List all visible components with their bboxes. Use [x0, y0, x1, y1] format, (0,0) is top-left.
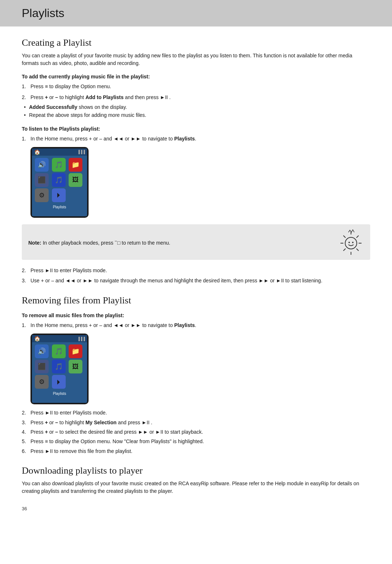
remove-steps-2-list: 2. Press ►II to enter Playlists mode. 3.… — [22, 409, 370, 455]
page-header: Playlists — [0, 0, 392, 26]
downloading-text: You can also download playlists of your … — [22, 480, 370, 495]
note-text: Note: In other playback modes, press −□ … — [28, 238, 334, 247]
device-icon-photo-2: 🖼 — [69, 360, 82, 373]
device-icon-note-2: 🎵 — [52, 360, 66, 373]
device-screen-1: 🏠 ▐▐▐ 🔊 🎵 📁 ⬛ 🎵 🖼 ⚙ ⏵ Playlists — [32, 148, 87, 216]
device-icon-sound-2: 🔊 — [35, 344, 49, 358]
page-number: 36 — [22, 506, 370, 511]
add-steps-list: 1. Press ≡ to display the Option menu. 2… — [22, 82, 370, 102]
device-mockup-1: 🏠 ▐▐▐ 🔊 🎵 📁 ⬛ 🎵 🖼 ⚙ ⏵ Playlists — [30, 147, 89, 218]
listen-steps-2-list: 2. Press ►II to enter Playlists mode. 3.… — [22, 266, 370, 285]
sun-decoration-icon — [338, 229, 364, 255]
device-icon-play-2: ⏵ — [52, 375, 66, 389]
creating-intro: You can create a playlist of your favori… — [22, 52, 370, 67]
add-bullets: Added Successfully shows on the display.… — [22, 103, 370, 119]
device-icon-red-2: 📁 — [69, 344, 82, 358]
remove-step-5: 5. Press ≡ to display the Option menu. N… — [22, 437, 370, 445]
svg-line-8 — [343, 249, 346, 251]
svg-line-6 — [356, 249, 359, 251]
remove-heading: To remove all music files from the playl… — [22, 312, 370, 318]
remove-step-2: 2. Press ►II to enter Playlists mode. — [22, 409, 370, 417]
remove-subsection: To remove all music files from the playl… — [22, 312, 370, 455]
remove-steps-list: 1. In the Home menu, press + or – and ◄◄… — [22, 321, 370, 329]
add-heading: To add the currently playing music file … — [22, 74, 370, 79]
device-mockup-2: 🏠 ▐▐▐ 🔊 🎵 📁 ⬛ 🎵 🖼 ⚙ ⏵ Playlists — [30, 334, 89, 404]
device-icon-music: 🎵 — [52, 158, 66, 172]
svg-point-0 — [345, 237, 357, 249]
section-downloading: Downloading playlists to player You can … — [22, 465, 370, 495]
device-icon-photo: 🖼 — [69, 173, 82, 187]
downloading-title: Downloading playlists to player — [22, 465, 370, 476]
device-icon-note: 🎵 — [52, 173, 66, 187]
removing-title: Removing files from Playlist — [22, 295, 370, 306]
section-creating: Creating a Playlist You can create a pla… — [22, 37, 370, 285]
device-icon-video: ⬛ — [35, 173, 49, 187]
listen-step-3: 3. Use + or – and ◄◄ or ►► to navigate t… — [22, 277, 370, 285]
creating-title: Creating a Playlist — [22, 37, 370, 48]
add-subsection: To add the currently playing music file … — [22, 74, 370, 119]
page-title: Playlists — [22, 7, 370, 20]
add-step-2: 2. Press + or – to highlight Add to Play… — [22, 93, 370, 101]
remove-step-3: 3. Press + or – to highlight My Selectio… — [22, 418, 370, 426]
remove-step-6: 6. Press ►II to remove this file from th… — [22, 447, 370, 455]
device-icon-play: ⏵ — [52, 188, 66, 202]
svg-point-10 — [352, 242, 354, 243]
listen-step-1: 1. In the Home menu, press + or – and ◄◄… — [22, 135, 370, 143]
remove-step-4: 4. Press + or – to select the desired fi… — [22, 428, 370, 436]
device-label-1: Playlists — [32, 204, 87, 211]
page-container: Playlists Creating a Playlist You can cr… — [0, 0, 392, 564]
svg-line-5 — [343, 236, 346, 238]
device-icon-gear-2: ⚙ — [35, 375, 49, 389]
device-grid-2: 🔊 🎵 📁 ⬛ 🎵 🖼 ⚙ ⏵ — [32, 342, 87, 391]
device-icon-music-2: 🎵 — [52, 344, 66, 358]
listen-steps-list: 1. In the Home menu, press + or – and ◄◄… — [22, 135, 370, 143]
listen-subsection: To listen to the Playlists playlist: 1. … — [22, 126, 370, 285]
note-box: Note: In other playback modes, press −□ … — [22, 224, 370, 260]
section-removing: Removing files from Playlist To remove a… — [22, 295, 370, 455]
device-label-2: Playlists — [32, 391, 87, 397]
device-screen-2: 🏠 ▐▐▐ 🔊 🎵 📁 ⬛ 🎵 🖼 ⚙ ⏵ Playlists — [32, 335, 87, 403]
device-grid-1: 🔊 🎵 📁 ⬛ 🎵 🖼 ⚙ ⏵ — [32, 156, 87, 204]
add-step-1: 1. Press ≡ to display the Option menu. — [22, 82, 370, 90]
device-icon-red: 📁 — [69, 158, 82, 172]
svg-line-7 — [356, 236, 359, 238]
add-bullet-2: Repeat the above steps for adding more m… — [22, 111, 370, 119]
remove-step-1: 1. In the Home menu, press + or – and ◄◄… — [22, 321, 370, 329]
svg-point-9 — [348, 242, 350, 243]
device-icon-video-2: ⬛ — [35, 360, 49, 373]
add-bullet-1: Added Successfully shows on the display. — [22, 103, 370, 111]
listen-step-2: 2. Press ►II to enter Playlists mode. — [22, 266, 370, 274]
listen-heading: To listen to the Playlists playlist: — [22, 126, 370, 132]
device-icon-sound: 🔊 — [35, 158, 49, 172]
device-icon-gear: ⚙ — [35, 188, 49, 202]
